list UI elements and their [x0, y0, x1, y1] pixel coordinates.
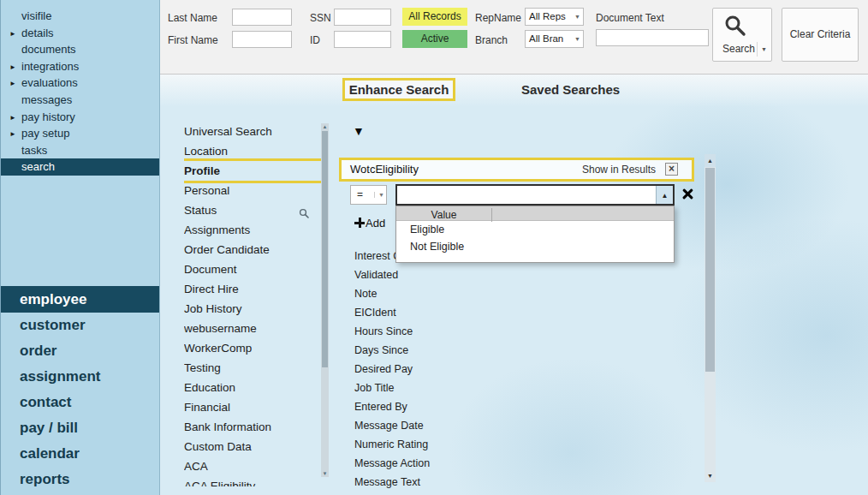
expand-arrow-icon: ►: [9, 26, 16, 43]
sidebar-section-pay-bill[interactable]: pay / bill: [1, 415, 159, 441]
expand-arrow-icon: ►: [9, 126, 16, 143]
plus-icon: [354, 218, 365, 228]
id-input[interactable]: [334, 31, 391, 48]
last-name-input[interactable]: [232, 9, 292, 26]
ssn-input[interactable]: [334, 9, 391, 26]
sidebar-section-order[interactable]: order: [1, 338, 159, 364]
category-item-job-history[interactable]: Job History: [184, 299, 321, 319]
available-fields-list: Interest Codes Validated Note EICIdent H…: [354, 247, 534, 492]
field-item-days-since[interactable]: Days Since: [354, 341, 534, 360]
category-item-aca-eligibility[interactable]: ACA Eligibility: [184, 476, 321, 486]
category-item-webusername[interactable]: webusername: [184, 319, 321, 338]
dropdown-column-header: Value: [396, 206, 674, 221]
first-name-label: First Name: [168, 34, 218, 46]
remove-filter-button[interactable]: [681, 187, 695, 201]
chevron-up-icon: ▲: [662, 192, 669, 200]
category-scrollbar-thumb[interactable]: [322, 131, 328, 367]
sidebar-item-integrations[interactable]: ►integrations: [1, 58, 159, 75]
category-scrollbar[interactable]: ▲ ▼: [321, 123, 329, 477]
category-item-bank-information[interactable]: Bank Information: [184, 417, 321, 437]
active-toggle[interactable]: Active: [402, 30, 467, 48]
category-item-status[interactable]: Status: [184, 200, 321, 220]
category-item-financial[interactable]: Financial: [184, 397, 321, 417]
show-in-results-checkbox[interactable]: ×: [665, 163, 678, 176]
sidebar-item-tasks[interactable]: tasks: [1, 142, 159, 159]
results-scrollbar[interactable]: ▲ ▼: [705, 154, 716, 482]
filter-triangle-icon[interactable]: ▼: [353, 124, 365, 138]
field-item-validated[interactable]: Validated: [354, 265, 534, 284]
document-text-label: Document Text: [596, 12, 664, 24]
sidebar-item-search[interactable]: search: [1, 158, 159, 176]
add-criteria-button[interactable]: Add: [354, 215, 385, 230]
scroll-down-icon[interactable]: ▼: [321, 471, 329, 476]
results-scrollbar-thumb[interactable]: [705, 168, 715, 372]
category-item-assignments[interactable]: Assignments: [184, 220, 321, 240]
document-text-input[interactable]: [596, 29, 709, 46]
value-input[interactable]: [397, 186, 655, 204]
dropdown-option-eligible[interactable]: Eligible: [396, 221, 674, 238]
category-item-testing[interactable]: Testing: [184, 358, 321, 378]
first-name-input[interactable]: [232, 31, 292, 48]
sidebar-sections: employee customer order assignment conta…: [1, 286, 159, 492]
category-item-order-candidate[interactable]: Order Candidate: [184, 240, 321, 259]
field-item-hours-since[interactable]: Hours Since: [354, 322, 534, 341]
category-item-education[interactable]: Education: [184, 378, 321, 397]
field-item-message-date[interactable]: Message Date: [354, 416, 534, 435]
branch-select[interactable]: All Bran ▼: [525, 30, 584, 48]
sidebar-item-documents[interactable]: documents: [1, 41, 159, 58]
sidebar-item-pay-setup[interactable]: ►pay setup: [1, 125, 159, 142]
sidebar-item-details[interactable]: ►details: [1, 25, 159, 42]
scroll-up-icon[interactable]: ▲: [705, 154, 716, 167]
field-item-entered-by[interactable]: Entered By: [354, 397, 534, 416]
scroll-up-icon[interactable]: ▲: [321, 124, 329, 129]
scroll-down-icon[interactable]: ▼: [705, 469, 716, 482]
category-item-universal-search[interactable]: Universal Search: [184, 122, 321, 141]
tab-enhance-search[interactable]: Enhance Search: [342, 78, 455, 101]
field-item-numeric-rating[interactable]: Numeric Rating: [354, 435, 534, 454]
search-dropdown-arrow-icon[interactable]: ▼: [757, 42, 770, 57]
search-button[interactable]: Search ▼: [712, 8, 772, 62]
category-item-aca[interactable]: ACA: [184, 456, 321, 476]
sidebar-section-customer[interactable]: customer: [1, 313, 159, 338]
category-item-location[interactable]: Location: [184, 141, 321, 161]
sidebar-item-visifile[interactable]: visifile: [1, 8, 159, 25]
sidebar-section-assignment[interactable]: assignment: [1, 364, 159, 390]
sidebar-section-calendar[interactable]: calendar: [1, 441, 159, 467]
combo-dropdown-button[interactable]: ▲: [656, 186, 673, 204]
search-workspace: Enhance Search Saved Searches Universal …: [160, 75, 868, 495]
field-item-note[interactable]: Note: [354, 284, 534, 303]
category-item-custom-data[interactable]: Custom Data: [184, 437, 321, 456]
checkbox-x-icon: ×: [669, 163, 675, 175]
category-item-direct-hire[interactable]: Direct Hire: [184, 279, 321, 299]
field-item-job-title[interactable]: Job Title: [354, 379, 534, 397]
value-combobox[interactable]: ▲: [395, 184, 675, 206]
operator-select[interactable]: = ▼: [350, 185, 387, 205]
value-dropdown-panel: Value Eligible Not Eligible: [395, 206, 675, 263]
last-name-label: Last Name: [168, 12, 217, 24]
category-item-document[interactable]: Document: [184, 259, 321, 279]
sidebar-item-messages[interactable]: messages: [1, 92, 159, 109]
search-icon: [724, 15, 746, 39]
field-item-message-action[interactable]: Message Action: [354, 454, 534, 473]
field-item-eicident[interactable]: EICIdent: [354, 303, 534, 322]
tab-saved-searches[interactable]: Saved Searches: [521, 82, 620, 97]
category-item-personal[interactable]: Personal: [184, 181, 321, 200]
category-item-workercomp[interactable]: WorkerComp: [184, 338, 321, 358]
sidebar-section-contact[interactable]: contact: [1, 390, 159, 415]
sidebar-item-evaluations[interactable]: ►evaluations: [1, 75, 159, 92]
repname-select[interactable]: All Reps ▼: [525, 8, 584, 26]
dropdown-option-not-eligible[interactable]: Not Eligible: [396, 238, 674, 255]
all-records-toggle[interactable]: All Records: [402, 8, 467, 26]
expand-arrow-icon: ►: [9, 110, 16, 127]
sidebar-section-reports[interactable]: reports: [1, 467, 159, 492]
category-item-profile[interactable]: Profile: [184, 161, 321, 181]
sidebar-section-employee[interactable]: employee: [1, 286, 159, 313]
ssn-label: SSN: [310, 12, 331, 24]
field-item-desired-pay[interactable]: Desired Pay: [354, 360, 534, 379]
sidebar-item-pay-history[interactable]: ►pay history: [1, 109, 159, 126]
clear-criteria-button[interactable]: Clear Criteria: [782, 8, 859, 62]
chevron-down-icon: ▼: [574, 14, 580, 20]
sidebar-nav: visifile ►details documents ►integration…: [1, 8, 159, 176]
application-window: visifile ►details documents ►integration…: [0, 0, 868, 495]
field-item-message-text[interactable]: Message Text: [354, 473, 534, 492]
